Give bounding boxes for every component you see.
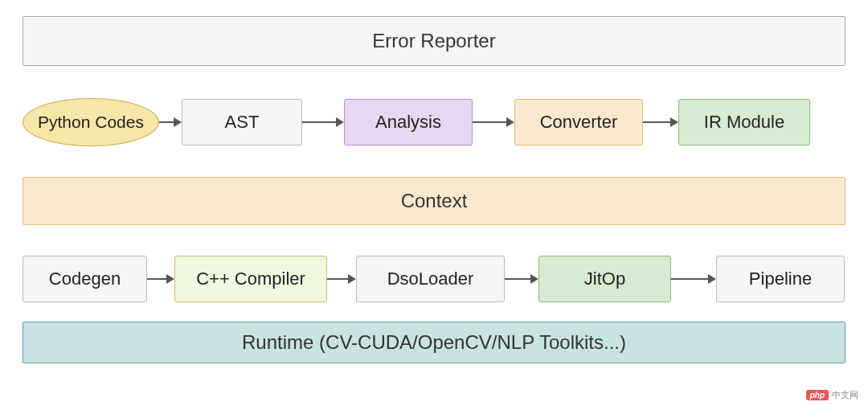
pipeline-node: Pipeline <box>716 256 845 302</box>
arrow-icon <box>643 114 678 130</box>
cpp-compiler-node: C++ Compiler <box>174 256 327 302</box>
cpp-compiler-label: C++ Compiler <box>196 269 305 289</box>
converter-node: Converter <box>514 99 643 146</box>
python-codes-label: Python Codes <box>38 113 144 132</box>
svg-marker-9 <box>166 274 174 284</box>
error-reporter-label: Error Reporter <box>372 30 495 52</box>
pipeline-row-2: Codegen C++ Compiler DsoLoader JitOp Pip… <box>23 256 845 302</box>
svg-marker-11 <box>348 274 356 284</box>
dso-loader-label: DsoLoader <box>387 269 474 289</box>
codegen-label: Codegen <box>49 269 121 289</box>
svg-marker-15 <box>708 274 716 284</box>
jitop-node: JitOp <box>538 256 671 302</box>
analysis-node: Analysis <box>344 99 473 146</box>
pipeline-row-1: Python Codes AST Analysis Converter IR M… <box>23 98 845 146</box>
error-reporter-bar: Error Reporter <box>23 16 845 66</box>
arrow-icon <box>327 271 356 287</box>
ir-module-node: IR Module <box>678 99 810 146</box>
arrow-icon <box>671 271 716 287</box>
dso-loader-node: DsoLoader <box>356 256 505 302</box>
codegen-node: Codegen <box>23 256 147 302</box>
analysis-label: Analysis <box>375 112 441 133</box>
svg-marker-5 <box>506 117 514 127</box>
python-codes-node: Python Codes <box>23 98 159 146</box>
arrow-icon <box>159 114 182 130</box>
arrow-icon <box>302 114 344 130</box>
ast-label: AST <box>225 112 260 133</box>
arrow-icon <box>147 271 174 287</box>
svg-marker-3 <box>336 117 344 127</box>
arrow-icon <box>473 114 514 130</box>
watermark-text: 中文网 <box>832 389 858 401</box>
converter-label: Converter <box>540 112 618 133</box>
svg-marker-13 <box>530 274 538 284</box>
svg-marker-1 <box>174 117 182 127</box>
arrow-icon <box>505 271 538 287</box>
context-label: Context <box>401 190 468 212</box>
context-bar: Context <box>23 177 845 225</box>
pipeline-label: Pipeline <box>749 269 812 289</box>
svg-marker-7 <box>670 117 678 127</box>
runtime-label: Runtime (CV-CUDA/OpenCV/NLP Toolkits...) <box>242 331 626 354</box>
runtime-bar: Runtime (CV-CUDA/OpenCV/NLP Toolkits...) <box>23 322 845 363</box>
jitop-label: JitOp <box>584 269 625 289</box>
ast-node: AST <box>182 99 302 146</box>
watermark: php 中文网 <box>806 389 858 401</box>
ir-module-label: IR Module <box>704 112 784 133</box>
watermark-badge: php <box>806 390 829 400</box>
